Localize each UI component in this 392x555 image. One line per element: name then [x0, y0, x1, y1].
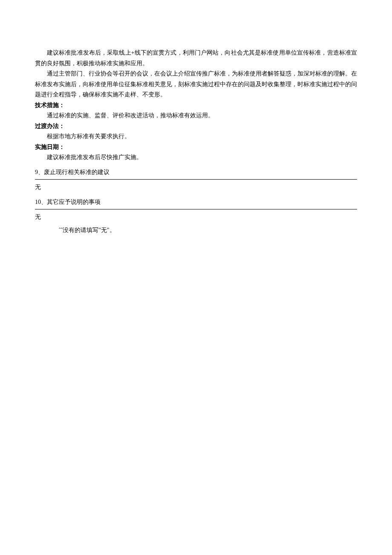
paragraph-impl-date: 建议标准批准发布后尽快推广实施。	[35, 152, 357, 163]
heading-section-9: 9、废止现行相关标准的建议	[35, 167, 357, 178]
paragraph-transition: 根据市地方标准有关要求执行。	[35, 131, 357, 142]
paragraph-promo-1: 建议标准批准发布后，采取线上+线下的宣贯方式，利用门户网站，向社会尤其是标准使用…	[35, 48, 357, 69]
paragraph-tech-measures: 通过标准的实施、监督、评价和改进活动，推动标准有效运用。	[35, 110, 357, 121]
paragraph-promo-2: 通过主管部门、行业协会等召开的会议，在会议上介绍宣传推广标准，为标准使用者解答疑…	[35, 69, 357, 100]
divider-section-9	[35, 179, 357, 180]
divider-section-10	[35, 209, 357, 209]
label-impl-date: 实施日期：	[35, 142, 357, 153]
heading-section-10: 10、其它应予说明的事项	[35, 197, 357, 208]
document-body: 建议标准批准发布后，采取线上+线下的宣贯方式，利用门户网站，向社会尤其是标准使用…	[35, 48, 357, 235]
content-section-10: 无	[35, 212, 357, 223]
label-tech-measures: 技术措施：	[35, 100, 357, 111]
label-transition: 过渡办法：	[35, 121, 357, 132]
content-section-9: 无	[35, 182, 357, 193]
footnote: ˆˆ没有的请填写"无"。	[59, 225, 357, 236]
